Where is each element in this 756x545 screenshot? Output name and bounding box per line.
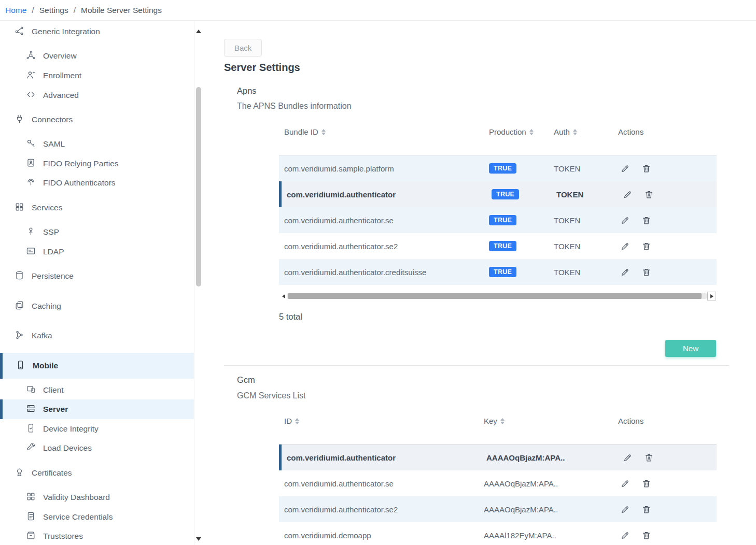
document-icon [26, 511, 36, 523]
sidebar-item-server[interactable]: Server [0, 399, 194, 419]
apns-table-row[interactable]: com.veridiumid.sample.platform TRUE TOKE… [279, 155, 717, 181]
column-label: ID [284, 417, 292, 425]
apns-total-count: 5 total [279, 312, 302, 322]
sidebar-item-label: Persistence [32, 271, 74, 281]
sidebar-scrollbar-thumb[interactable] [196, 87, 201, 286]
sidebar-item-label: SAML [43, 139, 65, 149]
apns-table-row[interactable]: com.veridiumid.authenticator.se2 TRUE TO… [279, 233, 717, 259]
gcm-table-row[interactable]: com.veridiumid.authenticator.se2 AAAAOqB… [279, 496, 717, 522]
archive-icon [26, 530, 36, 542]
overview-icon [26, 50, 36, 62]
sidebar-item-persistence[interactable]: Persistence [0, 266, 194, 286]
sidebar-item-mobile[interactable]: Mobile [0, 353, 194, 379]
sidebar-item-generic-integration[interactable]: Generic Integration [0, 22, 194, 41]
sidebar-item-validity-dashboard[interactable]: Validity Dashboard [0, 487, 194, 507]
gcm-table-row-selected[interactable]: com.veridiumid.authenticator AAAAOqBjazM… [279, 444, 717, 470]
delete-button[interactable] [643, 452, 655, 464]
back-button[interactable]: Back [224, 39, 262, 56]
trash-icon [641, 479, 651, 489]
bundle-id-cell: com.veridiumid.authenticator.se2 [284, 233, 398, 259]
column-header-auth[interactable]: Auth [554, 127, 577, 136]
auth-cell: TOKEN [554, 233, 580, 259]
pencil-icon [620, 164, 630, 174]
sidebar-scrollbar[interactable] [194, 21, 203, 545]
production-cell: TRUE [489, 207, 516, 233]
column-header-bundle-id[interactable]: Bundle ID [284, 127, 326, 136]
sidebar-item-service-credentials[interactable]: Service Credentials [0, 507, 194, 527]
apns-table-row-selected[interactable]: com.veridiumid.authenticator TRUE TOKEN [279, 181, 717, 207]
column-header-production[interactable]: Production [489, 127, 534, 136]
devices-icon [26, 384, 36, 396]
pencil-icon [620, 530, 630, 540]
edit-button[interactable] [622, 189, 634, 200]
sidebar-item-device-integrity[interactable]: Device Integrity [0, 419, 194, 439]
actions-cell [619, 155, 652, 181]
sidebar-item-ssp[interactable]: SSP [0, 222, 194, 242]
column-header-id[interactable]: ID [284, 417, 299, 425]
sidebar-item-caching[interactable]: Caching [0, 296, 194, 316]
true-badge: TRUE [492, 189, 519, 199]
sidebar-item-enrollment[interactable]: Enrollment [0, 66, 194, 85]
breadcrumb-home-link[interactable]: Home [5, 6, 26, 15]
apns-table-row[interactable]: com.veridiumid.authenticator.creditsuiss… [279, 259, 717, 285]
sidebar-item-certificates[interactable]: Certificates [0, 463, 194, 483]
sidebar-item-ldap[interactable]: LDAP [0, 242, 194, 262]
apns-horizontal-scrollbar[interactable] [280, 292, 716, 300]
sidebar-item-label: FIDO Relying Parties [43, 159, 119, 168]
sidebar-item-connectors[interactable]: Connectors [0, 110, 194, 130]
sidebar-item-label: Enrollment [43, 71, 81, 80]
sidebar-item-services[interactable]: Services [0, 198, 194, 218]
delete-button[interactable] [640, 266, 652, 278]
true-badge: TRUE [489, 241, 516, 251]
sidebar-item-label: LDAP [43, 247, 64, 256]
trash-icon [641, 267, 651, 277]
edit-button[interactable] [619, 266, 631, 278]
edit-button[interactable] [619, 163, 631, 175]
sidebar-item-advanced[interactable]: Advanced [0, 85, 194, 105]
sidebar-item-label: SSP [43, 227, 59, 237]
breadcrumb-settings-link[interactable]: Settings [39, 6, 68, 15]
sidebar-item-overview[interactable]: Overview [0, 46, 194, 66]
scroll-left-arrow-icon[interactable] [280, 292, 287, 300]
scroll-up-arrow-icon[interactable] [194, 30, 203, 33]
apns-section-subtitle: The APNS Bundles information [237, 102, 352, 111]
edit-button[interactable] [619, 504, 631, 515]
sidebar-item-fido-authenticators[interactable]: FIDO Authenticators [0, 173, 194, 193]
delete-button[interactable] [640, 529, 652, 541]
sidebar-item-label: Device Integrity [43, 424, 99, 434]
gcm-table-row[interactable]: com.veridiumid.authenticator.se AAAAOqBj… [279, 470, 717, 496]
sidebar-item-truststores[interactable]: Truststores [0, 526, 194, 545]
delete-button[interactable] [640, 504, 652, 515]
delete-button[interactable] [640, 240, 652, 252]
sidebar-item-label: Kafka [32, 331, 52, 340]
sidebar-item-label: Truststores [43, 532, 83, 541]
certificate-icon [15, 467, 24, 479]
edit-button[interactable] [619, 240, 631, 252]
actions-cell [619, 470, 652, 496]
sidebar-item-load-devices[interactable]: Load Devices [0, 438, 194, 458]
delete-button[interactable] [640, 478, 652, 490]
scroll-down-arrow-icon[interactable] [194, 537, 203, 541]
sidebar-item-saml[interactable]: SAML [0, 134, 194, 154]
horizontal-scrollbar-thumb[interactable] [288, 293, 702, 299]
edit-button[interactable] [619, 529, 631, 541]
new-button[interactable]: New [665, 340, 716, 357]
edit-button[interactable] [622, 452, 634, 464]
bundle-id-cell: com.veridiumid.authenticator [287, 181, 396, 207]
sidebar-item-kafka[interactable]: Kafka [0, 326, 194, 346]
pencil-icon [620, 505, 630, 514]
key-cell: AAAAOqBjazM:APA.. [486, 444, 565, 470]
edit-button[interactable] [619, 214, 631, 226]
gcm-table-row[interactable]: com.veridiumid.demoapp AAAAl182EyM:APA.. [279, 522, 717, 545]
sidebar-item-client[interactable]: Client [0, 380, 194, 400]
apns-table-row[interactable]: com.veridiumid.authenticator.se TRUE TOK… [279, 207, 717, 233]
delete-button[interactable] [643, 189, 655, 200]
scroll-right-arrow-icon[interactable] [707, 292, 716, 300]
sidebar-item-fido-relying-parties[interactable]: FIDO Relying Parties [0, 154, 194, 174]
delete-button[interactable] [640, 214, 652, 226]
column-header-key[interactable]: Key [484, 417, 505, 425]
edit-button[interactable] [619, 478, 631, 490]
delete-button[interactable] [640, 163, 652, 175]
actions-cell [622, 181, 655, 207]
pencil-icon [623, 453, 633, 463]
